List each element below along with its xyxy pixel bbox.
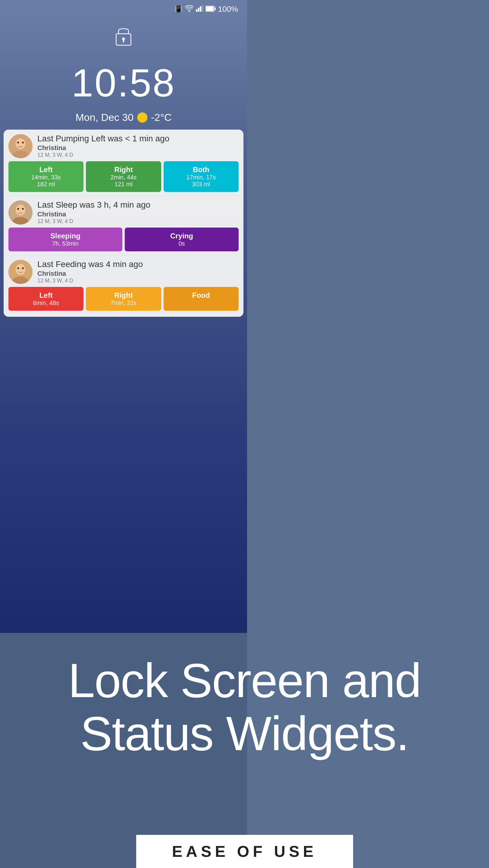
svg-point-22 <box>16 264 25 275</box>
sleep-section: Last Sleep was 3 h, 4 min ago Christina … <box>4 196 243 255</box>
feeding-right-button[interactable]: Right 7min, 22s <box>86 287 161 311</box>
svg-rect-3 <box>200 6 201 12</box>
signal-icon <box>196 4 203 14</box>
wifi-icon <box>185 4 193 14</box>
pumping-both-sub1: 17min, 17s <box>166 174 236 181</box>
pumping-title: Last Pumping Left was < 1 min ago <box>37 134 239 144</box>
feeding-info: Last Feeding was 4 min ago Christina 12 … <box>37 259 239 284</box>
svg-point-15 <box>22 142 24 144</box>
battery-icon <box>205 4 216 14</box>
pumping-right-sub1: 2min, 44s <box>88 174 159 181</box>
sleep-child-age: 12 M, 3 W, 4 D <box>37 218 239 224</box>
feeding-buttons: Left 6min, 48s Right 7min, 22s Food <box>8 287 239 311</box>
pumping-left-label: Left <box>11 165 81 174</box>
sun-icon <box>137 113 147 123</box>
sleep-buttons: Sleeping 7h, 53min Crying 0s <box>8 227 239 251</box>
pumping-section: Last Pumping Left was < 1 min ago Christ… <box>4 130 243 196</box>
lock-icon <box>114 24 133 51</box>
crying-sub: 0s <box>127 240 236 247</box>
sleep-title: Last Sleep was 3 h, 4 min ago <box>37 200 239 210</box>
vibrate-icon: 📳 <box>174 5 183 13</box>
ease-banner: EASE OF USE <box>136 835 353 868</box>
sleep-info: Last Sleep was 3 h, 4 min ago Christina … <box>37 200 239 224</box>
widget-card: Last Pumping Left was < 1 min ago Christ… <box>4 130 243 317</box>
date-text: Mon, Dec 30 <box>75 112 133 123</box>
svg-rect-1 <box>196 9 197 12</box>
sleeping-label: Sleeping <box>11 232 120 240</box>
pumping-right-button[interactable]: Right 2min, 44s 121 ml <box>86 161 161 192</box>
status-bar: 📳 <box>0 0 247 18</box>
bottom-text-area: Lock Screen and Status Widgets. <box>0 636 489 769</box>
pumping-both-label: Both <box>166 165 236 174</box>
status-icons: 📳 <box>174 4 238 14</box>
feeding-child-age: 12 M, 3 W, 4 D <box>37 278 239 284</box>
sleep-header-row: Last Sleep was 3 h, 4 min ago Christina … <box>8 200 239 224</box>
ease-text: EASE OF USE <box>172 842 317 861</box>
svg-rect-2 <box>198 8 199 12</box>
pumping-both-sub2: 303 ml <box>166 181 236 188</box>
svg-point-20 <box>22 208 24 210</box>
feeding-right-label: Right <box>88 291 159 300</box>
sleep-child-name: Christina <box>37 210 239 218</box>
feeding-right-sub: 7min, 22s <box>88 300 159 307</box>
clock-display: 10:58 <box>71 60 175 105</box>
feeding-title: Last Feeding was 4 min ago <box>37 259 239 269</box>
crying-button[interactable]: Crying 0s <box>125 227 239 251</box>
svg-point-25 <box>22 267 24 269</box>
pumping-left-button[interactable]: Left 14min, 33s 182 ml <box>8 161 84 192</box>
date-weather: Mon, Dec 30 -2°C <box>75 112 171 123</box>
svg-point-14 <box>17 142 19 144</box>
main-heading: Lock Screen and Status Widgets. <box>12 654 477 760</box>
feeding-left-label: Left <box>11 291 81 300</box>
svg-rect-7 <box>215 7 216 10</box>
battery-percentage: 100% <box>218 4 238 14</box>
svg-point-17 <box>16 205 25 216</box>
pumping-header-row: Last Pumping Left was < 1 min ago Christ… <box>8 134 239 158</box>
food-label: Food <box>166 291 236 300</box>
avatar-sleep <box>8 200 33 224</box>
feeding-header-row: Last Feeding was 4 min ago Christina 12 … <box>8 259 239 284</box>
svg-rect-4 <box>202 5 203 12</box>
feeding-left-sub: 6min, 48s <box>11 300 81 307</box>
pumping-right-label: Right <box>88 165 159 174</box>
svg-point-19 <box>17 208 19 210</box>
avatar-pumping <box>8 134 33 158</box>
feeding-child-name: Christina <box>37 270 239 278</box>
pumping-right-sub2: 121 ml <box>88 181 159 188</box>
pumping-left-sub1: 14min, 33s <box>11 174 81 181</box>
avatar-feeding <box>8 260 33 284</box>
pumping-buttons: Left 14min, 33s 182 ml Right 2min, 44s 1… <box>8 161 239 192</box>
svg-point-0 <box>188 10 190 12</box>
svg-point-12 <box>16 138 25 149</box>
sleeping-button[interactable]: Sleeping 7h, 53min <box>8 227 122 251</box>
temperature: -2°C <box>151 112 171 123</box>
pumping-info: Last Pumping Left was < 1 min ago Christ… <box>37 134 239 158</box>
svg-rect-10 <box>123 40 124 42</box>
pumping-child-name: Christina <box>37 144 239 152</box>
crying-label: Crying <box>127 232 236 240</box>
svg-rect-6 <box>206 6 214 11</box>
feeding-left-button[interactable]: Left 6min, 48s <box>8 287 84 311</box>
feeding-section: Last Feeding was 4 min ago Christina 12 … <box>4 255 243 314</box>
svg-point-24 <box>17 267 19 269</box>
pumping-both-button[interactable]: Both 17min, 17s 303 ml <box>164 161 239 192</box>
pumping-left-sub2: 182 ml <box>11 181 81 188</box>
phone-screen: 📳 <box>0 0 247 633</box>
food-button[interactable]: Food <box>164 287 239 311</box>
pumping-child-age: 12 M, 3 W, 4 D <box>37 152 239 158</box>
sleeping-sub: 7h, 53min <box>11 240 120 247</box>
